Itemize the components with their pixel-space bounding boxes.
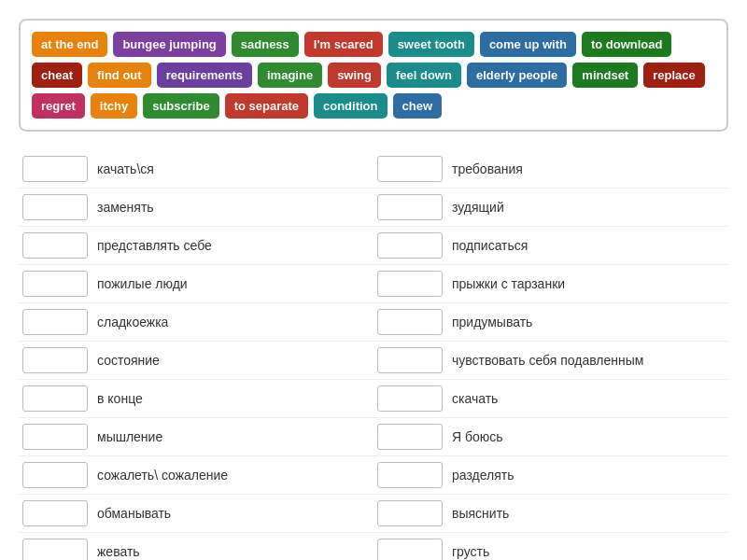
left-answer-input-4[interactable]	[22, 309, 88, 335]
right-match-row: зудящий	[374, 189, 728, 227]
right-answer-input-0[interactable]	[377, 156, 443, 182]
word-tag-sweet_tooth[interactable]: sweet tooth	[388, 32, 474, 57]
left-match-row: сладкоежка	[19, 303, 374, 342]
right-match-label-5: чувствовать себя подавленным	[452, 353, 643, 368]
left-match-row: состояние	[19, 342, 374, 380]
word-tag-im_scared[interactable]: I'm scared	[304, 32, 383, 57]
word-tag-requirements[interactable]: requirements	[157, 63, 252, 88]
left-match-row: обманывать	[19, 495, 374, 533]
right-match-label-0: требования	[452, 161, 523, 176]
word-tag-elderly_people[interactable]: elderly people	[467, 63, 567, 88]
left-match-label-2: представлять себе	[97, 238, 212, 253]
right-match-row: Я боюсь	[374, 418, 728, 456]
right-match-label-6: скачать	[452, 391, 498, 406]
right-answer-input-3[interactable]	[377, 271, 443, 297]
right-answer-input-10[interactable]	[377, 539, 443, 560]
right-match-row: разделять	[374, 456, 728, 495]
left-answer-input-5[interactable]	[22, 347, 88, 373]
right-match-label-10: грусть	[452, 544, 489, 559]
right-match-row: грусть	[374, 533, 728, 560]
word-bank: at the endbungee jumpingsadnessI'm scare…	[19, 19, 728, 132]
word-tag-chew[interactable]: chew	[393, 93, 443, 119]
word-tag-condition[interactable]: condition	[314, 93, 388, 119]
left-answer-input-3[interactable]	[22, 271, 88, 297]
word-tag-to_download[interactable]: to download	[582, 32, 672, 57]
word-tag-mindset[interactable]: mindset	[572, 63, 638, 88]
right-answer-input-9[interactable]	[377, 500, 443, 526]
left-match-row: пожилые люди	[19, 265, 374, 303]
right-match-label-9: выяснить	[452, 506, 509, 521]
word-tag-replace[interactable]: replace	[643, 63, 705, 88]
left-match-label-5: состояние	[97, 353, 160, 368]
left-match-row: заменять	[19, 189, 374, 227]
right-match-label-3: прыжки с тарзанки	[452, 276, 565, 291]
left-match-row: мышление	[19, 418, 374, 456]
left-match-row: сожалеть\ сожаление	[19, 456, 374, 495]
right-answer-input-5[interactable]	[377, 347, 443, 373]
left-match-row: качать\ся	[19, 150, 374, 189]
right-match-row: чувствовать себя подавленным	[374, 342, 728, 380]
right-match-row: требования	[374, 150, 728, 189]
left-answer-input-0[interactable]	[22, 156, 88, 182]
left-match-label-8: сожалеть\ сожаление	[97, 468, 228, 483]
right-match-label-2: подписаться	[452, 238, 528, 253]
word-tag-cheat[interactable]: cheat	[32, 63, 82, 88]
right-match-label-7: Я боюсь	[452, 429, 503, 444]
left-match-label-3: пожилые люди	[97, 276, 188, 291]
word-tag-at_the_end[interactable]: at the end	[32, 32, 107, 57]
word-tag-to_separate[interactable]: to separate	[225, 93, 308, 119]
left-match-label-10: жевать	[97, 544, 140, 559]
right-match-row: выяснить	[374, 495, 728, 533]
left-answer-input-9[interactable]	[22, 500, 88, 526]
word-tag-sadness[interactable]: sadness	[232, 32, 299, 57]
right-answer-input-2[interactable]	[377, 232, 443, 259]
right-match-row: придумывать	[374, 303, 728, 342]
word-tag-subscribe[interactable]: subscribe	[143, 93, 218, 119]
word-tag-regret[interactable]: regret	[32, 93, 85, 119]
right-answer-input-6[interactable]	[377, 385, 443, 412]
left-match-row: представлять себе	[19, 227, 374, 265]
word-tag-swing[interactable]: swing	[328, 63, 381, 88]
left-answer-input-1[interactable]	[22, 194, 88, 220]
right-match-label-8: разделять	[452, 468, 514, 483]
left-answer-input-8[interactable]	[22, 462, 88, 488]
word-tag-itchy[interactable]: itchy	[91, 93, 137, 119]
left-answer-input-7[interactable]	[22, 424, 88, 450]
left-match-label-7: мышление	[97, 429, 162, 444]
left-match-label-6: в конце	[97, 391, 143, 406]
right-match-row: подписаться	[374, 227, 728, 265]
matching-area: качать\сятребованиязаменятьзудящийпредст…	[19, 150, 728, 560]
right-answer-input-1[interactable]	[377, 194, 443, 220]
left-match-label-4: сладкоежка	[97, 315, 168, 329]
right-match-row: прыжки с тарзанки	[374, 265, 728, 303]
left-match-row: жевать	[19, 533, 374, 560]
right-match-label-4: придумывать	[452, 315, 532, 329]
word-tag-come_up_with[interactable]: come up with	[480, 32, 576, 57]
left-answer-input-6[interactable]	[22, 385, 88, 412]
left-match-label-0: качать\ся	[97, 161, 154, 176]
word-tag-imagine[interactable]: imagine	[258, 63, 322, 88]
word-tag-bungee_jumping[interactable]: bungee jumping	[113, 32, 225, 57]
left-match-label-1: заменять	[97, 200, 154, 215]
right-match-row: скачать	[374, 380, 728, 418]
left-answer-input-10[interactable]	[22, 539, 88, 560]
left-match-label-9: обманывать	[97, 506, 171, 521]
left-match-row: в конце	[19, 380, 374, 418]
word-tag-find_out[interactable]: find out	[88, 63, 151, 88]
left-answer-input-2[interactable]	[22, 232, 88, 259]
right-answer-input-7[interactable]	[377, 424, 443, 450]
right-match-label-1: зудящий	[452, 200, 504, 215]
right-answer-input-4[interactable]	[377, 309, 443, 335]
right-answer-input-8[interactable]	[377, 462, 443, 488]
word-tag-feel_down[interactable]: feel down	[387, 63, 461, 88]
